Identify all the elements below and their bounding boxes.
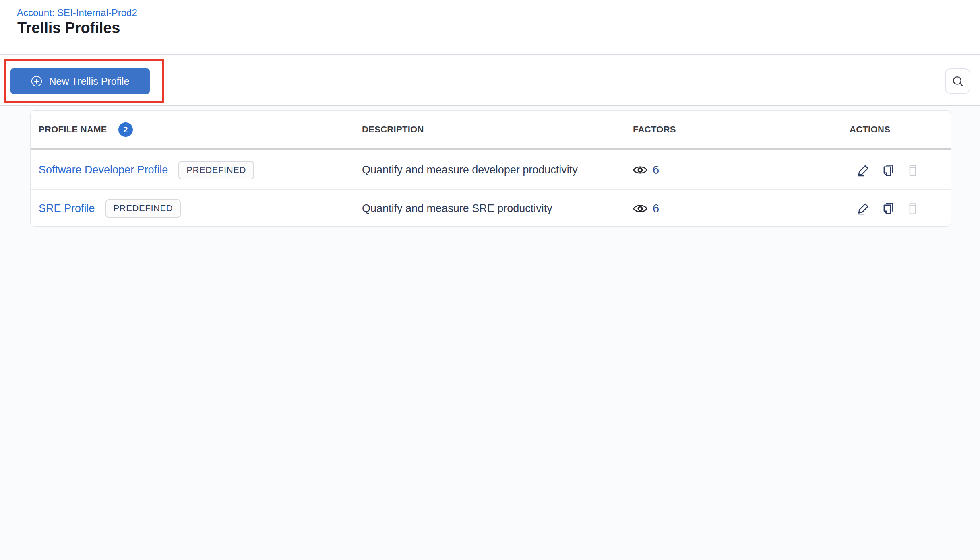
description-text: Quantify and measure SRE productivity bbox=[362, 202, 552, 215]
trash-icon[interactable] bbox=[906, 202, 920, 215]
profile-name-cell: Software Developer Profile PREDEFINED bbox=[31, 161, 354, 179]
eye-icon bbox=[633, 165, 647, 175]
profile-name-cell: SRE Profile PREDEFINED bbox=[31, 199, 354, 218]
actions-cell bbox=[841, 163, 951, 177]
page-title: Trellis Profiles bbox=[17, 19, 120, 37]
plus-circle-icon bbox=[31, 75, 43, 87]
account-breadcrumb-link[interactable]: Account: SEI-Internal-Prod2 bbox=[17, 7, 137, 19]
predefined-tag: PREDEFINED bbox=[178, 161, 254, 179]
page-header: Account: SEI-Internal-Prod2 Trellis Prof… bbox=[0, 0, 980, 55]
factors-header-label: FACTORS bbox=[633, 124, 676, 135]
edit-pencil-icon[interactable] bbox=[857, 163, 870, 177]
actions-cell bbox=[841, 202, 951, 215]
eye-icon bbox=[633, 204, 647, 214]
table-header-row: PROFILE NAME 2 DESCRIPTION FACTORS ACTIO… bbox=[31, 111, 951, 150]
description-header-label: DESCRIPTION bbox=[362, 124, 424, 135]
actions-header-label: ACTIONS bbox=[850, 124, 890, 135]
description-text: Quantify and measure developer productiv… bbox=[362, 164, 578, 176]
profiles-table: PROFILE NAME 2 DESCRIPTION FACTORS ACTIO… bbox=[30, 110, 951, 227]
profile-name-header-label: PROFILE NAME bbox=[39, 124, 107, 135]
column-header-factors: FACTORS bbox=[625, 124, 841, 135]
new-trellis-profile-label: New Trellis Profile bbox=[49, 76, 129, 87]
column-header-description: DESCRIPTION bbox=[354, 124, 625, 135]
table-row: Software Developer Profile PREDEFINED Qu… bbox=[31, 150, 951, 190]
profile-link[interactable]: Software Developer Profile bbox=[39, 164, 168, 176]
profile-count-badge: 2 bbox=[118, 122, 133, 137]
description-cell: Quantify and measure developer productiv… bbox=[354, 164, 625, 176]
factors-cell: 6 bbox=[625, 163, 841, 177]
profile-link[interactable]: SRE Profile bbox=[39, 202, 95, 215]
new-trellis-profile-button[interactable]: New Trellis Profile bbox=[10, 68, 150, 94]
factors-count: 6 bbox=[653, 163, 659, 177]
predefined-tag: PREDEFINED bbox=[105, 199, 181, 218]
column-header-profile-name: PROFILE NAME 2 bbox=[31, 122, 354, 137]
edit-pencil-icon[interactable] bbox=[857, 202, 870, 215]
column-header-actions: ACTIONS bbox=[841, 124, 951, 135]
table-row: SRE Profile PREDEFINED Quantify and meas… bbox=[31, 190, 951, 226]
copy-icon[interactable] bbox=[881, 202, 895, 215]
trash-icon[interactable] bbox=[906, 163, 920, 177]
magnifier-icon bbox=[951, 75, 964, 88]
description-cell: Quantify and measure SRE productivity bbox=[354, 202, 625, 215]
copy-icon[interactable] bbox=[881, 163, 895, 177]
search-button[interactable] bbox=[945, 68, 970, 94]
factors-cell: 6 bbox=[625, 202, 841, 215]
factors-count: 6 bbox=[653, 202, 659, 215]
